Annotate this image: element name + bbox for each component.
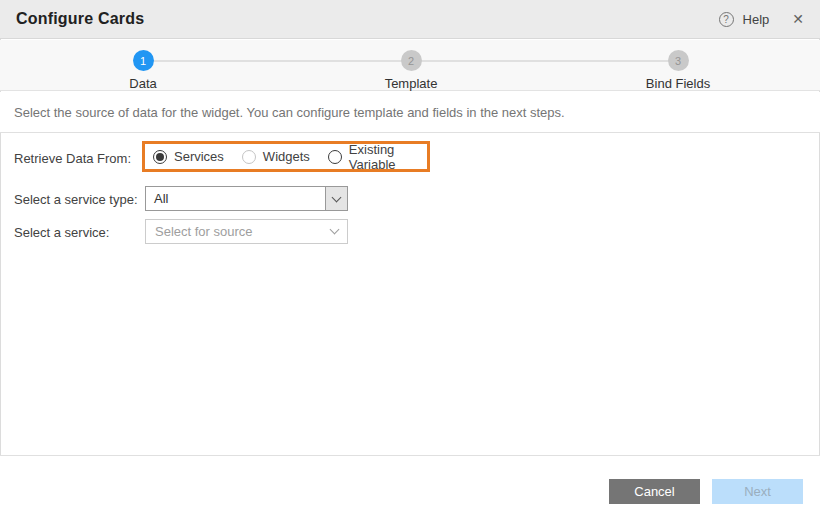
- radio-widgets-label: Widgets: [263, 149, 310, 164]
- service-placeholder: Select for source: [155, 224, 331, 239]
- dialog-header: Configure Cards ? Help ✕: [0, 0, 820, 39]
- step-2-label: Template: [351, 76, 471, 91]
- dialog-footer: Cancel Next: [0, 455, 820, 520]
- radio-existing-variable[interactable]: Existing Variable: [328, 142, 419, 172]
- service-type-label: Select a service type:: [14, 192, 138, 207]
- step-1-circle: 1: [133, 50, 154, 71]
- help-link[interactable]: Help: [743, 12, 770, 27]
- radio-services[interactable]: Services: [153, 149, 224, 164]
- step-data[interactable]: 1 Data: [83, 50, 203, 91]
- radio-unselected-icon[interactable]: [328, 150, 342, 164]
- radio-widgets[interactable]: Widgets: [242, 149, 310, 164]
- configure-cards-dialog: Configure Cards ? Help ✕ 1 Data 2 Templa…: [0, 0, 820, 520]
- step-3-label: Bind Fields: [618, 76, 738, 91]
- description-text: Select the source of data for the widget…: [14, 105, 565, 120]
- step-bind-fields[interactable]: 3 Bind Fields: [618, 50, 738, 91]
- help-icon[interactable]: ?: [719, 12, 734, 27]
- next-button[interactable]: Next: [712, 479, 803, 504]
- data-source-radio-group: Services Widgets Existing Variable: [142, 141, 430, 172]
- service-label: Select a service:: [14, 225, 109, 240]
- radio-unselected-icon[interactable]: [242, 150, 256, 164]
- chevron-down-icon: [332, 192, 342, 202]
- radio-services-label: Services: [174, 149, 224, 164]
- chevron-down-icon: [330, 225, 340, 235]
- step-3-circle: 3: [668, 50, 689, 71]
- step-template[interactable]: 2 Template: [351, 50, 471, 91]
- service-select[interactable]: Select for source: [145, 219, 348, 244]
- page-title: Configure Cards: [16, 10, 144, 28]
- select-arrow-button[interactable]: [325, 187, 347, 210]
- step-1-label: Data: [83, 76, 203, 91]
- service-type-select[interactable]: All: [145, 186, 348, 211]
- retrieve-data-label: Retrieve Data From:: [14, 151, 131, 166]
- radio-existing-variable-label: Existing Variable: [349, 142, 419, 172]
- service-type-value: All: [146, 191, 325, 206]
- wizard-steps: 1 Data 2 Template 3 Bind Fields: [0, 40, 820, 91]
- cancel-button[interactable]: Cancel: [609, 479, 700, 504]
- radio-selected-icon[interactable]: [153, 150, 167, 164]
- description-row: Select the source of data for the widget…: [0, 92, 820, 133]
- step-2-circle: 2: [401, 50, 422, 71]
- close-icon[interactable]: ✕: [792, 12, 804, 26]
